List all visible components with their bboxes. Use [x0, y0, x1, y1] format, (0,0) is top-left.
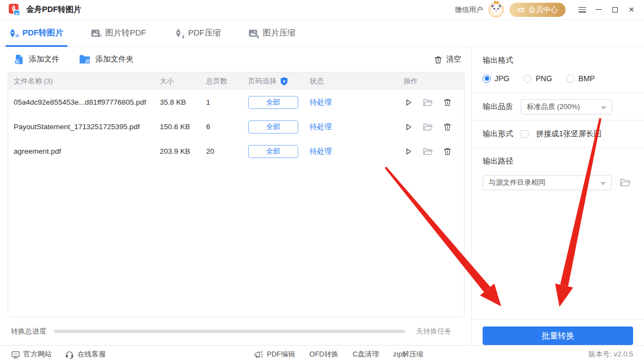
progress-label: 转换总进度	[11, 326, 46, 336]
file-pages: 20	[206, 147, 248, 155]
crown-icon	[517, 6, 525, 13]
stitch-long-image-label: 拼接成1张竖屏长图	[536, 129, 601, 139]
image-compress-icon	[248, 28, 258, 38]
radio-jpg[interactable]: JPG	[483, 74, 509, 83]
stitch-long-image-checkbox[interactable]	[521, 130, 528, 138]
output-format-group: JPG PNG BMP	[483, 74, 633, 83]
progress-status: 无转换任务	[416, 326, 452, 336]
tab-pdf-compress[interactable]: PDF压缩	[173, 20, 221, 46]
page-select-button[interactable]: 全部	[248, 145, 298, 158]
quality-select[interactable]: 标准品质 (200%)	[521, 99, 612, 114]
add-folder-label: 添加文件夹	[95, 55, 134, 64]
table-row: agreement.pdf 203.9 KB 20 全部 待处理	[8, 139, 464, 164]
image-to-pdf-icon	[91, 28, 100, 38]
quality-value: 标准品质 (200%)	[527, 102, 580, 112]
username-label: 微信用户	[455, 5, 483, 15]
delete-file-button[interactable]	[443, 147, 452, 156]
file-name: agreement.pdf	[14, 147, 160, 155]
official-website-label: 官方网站	[23, 349, 52, 359]
convert-play-button[interactable]	[404, 122, 413, 132]
batch-convert-button[interactable]: 批量转换	[483, 326, 633, 345]
delete-file-button[interactable]	[443, 122, 452, 131]
maximize-button[interactable]	[607, 2, 623, 17]
tab-pdf-to-image[interactable]: PDF转图片	[8, 20, 63, 46]
tab-image-to-pdf[interactable]: 图片转PDF	[91, 20, 146, 46]
header-pages: 总页数	[206, 76, 248, 86]
tab-bar: PDF转图片 图片转PDF PDF压缩 图片压缩	[0, 20, 644, 47]
header-actions: 操作	[404, 76, 464, 86]
monitor-icon	[11, 350, 20, 359]
add-file-icon	[14, 54, 25, 65]
status-text: 待处理	[310, 98, 404, 107]
output-form-label: 输出形式	[483, 129, 513, 139]
file-name: 05a4dc92e855453e...d81ff97776805.pdf	[14, 98, 160, 106]
convert-play-button[interactable]	[404, 98, 413, 107]
member-center-label: 会员中心	[528, 5, 558, 15]
promo-ofd-link[interactable]: OFD转换	[309, 349, 338, 359]
page-select-button[interactable]: 全部	[248, 120, 298, 134]
online-support-label: 在线客服	[77, 349, 106, 359]
user-avatar[interactable]	[489, 2, 504, 17]
output-path-label: 输出路径	[483, 156, 633, 166]
output-quality-label: 输出品质	[483, 102, 513, 112]
pdf-compress-icon	[173, 28, 183, 38]
file-list-header: 文件名称 (3) 大小 总页数 页码选择 状态 操作	[8, 72, 464, 90]
version-label: 版本号: v2.0.5	[588, 349, 633, 359]
minimize-icon	[595, 9, 602, 10]
megaphone-icon	[253, 350, 263, 359]
radio-bmp[interactable]: BMP	[567, 74, 595, 83]
page-select-button[interactable]: 全部	[248, 96, 298, 109]
promo-cdisk-link[interactable]: C盘清理	[353, 349, 379, 359]
maximize-icon	[612, 7, 618, 13]
headset-icon	[65, 350, 74, 359]
file-size: 203.9 KB	[160, 147, 206, 155]
tab-image-compress[interactable]: 图片压缩	[248, 20, 296, 46]
header-filename: 文件名称 (3)	[14, 76, 160, 86]
browse-folder-button[interactable]	[619, 177, 631, 188]
convert-play-button[interactable]	[404, 147, 413, 156]
online-support-link[interactable]: 在线客服	[65, 349, 106, 359]
table-row: 05a4dc92e855453e...d81ff97776805.pdf 35.…	[8, 90, 464, 114]
radio-jpg-circle[interactable]	[483, 75, 491, 83]
clear-list-button[interactable]: 清空	[434, 55, 461, 64]
promo-pdf-edit-link[interactable]: PDF编辑	[253, 349, 295, 359]
open-folder-button[interactable]	[423, 98, 434, 107]
radio-png-circle[interactable]	[523, 75, 532, 83]
promo-label: PDF编辑	[267, 349, 295, 359]
titlebar: 金舟PDF转图片 微信用户 会员中心 ×	[0, 0, 644, 20]
radio-jpg-label: JPG	[495, 74, 509, 83]
file-pages: 6	[206, 123, 248, 131]
open-folder-button[interactable]	[423, 147, 434, 156]
menu-button[interactable]	[574, 2, 591, 17]
header-status: 状态	[310, 76, 404, 86]
add-folder-button[interactable]: 添加文件夹	[79, 54, 134, 65]
tab-label: 图片压缩	[263, 28, 296, 38]
open-folder-button[interactable]	[423, 122, 434, 132]
tab-label: PDF转图片	[22, 28, 63, 38]
radio-png[interactable]: PNG	[523, 74, 552, 83]
add-file-button[interactable]: 添加文件	[14, 54, 59, 65]
add-file-label: 添加文件	[29, 55, 59, 64]
close-icon: ×	[629, 5, 634, 14]
delete-file-button[interactable]	[443, 98, 452, 107]
file-size: 150.6 KB	[160, 123, 206, 131]
close-button[interactable]: ×	[623, 2, 640, 17]
vip-shield-icon	[280, 77, 288, 86]
status-text: 待处理	[310, 122, 404, 132]
file-pages: 1	[206, 98, 248, 106]
file-toolbar: 添加文件 添加文件夹 清空	[0, 47, 471, 72]
output-path-value: 与源文件目录相同	[489, 178, 545, 187]
progress-bar	[54, 330, 405, 333]
header-page-select: 页码选择	[248, 76, 276, 86]
member-center-button[interactable]: 会员中心	[509, 3, 565, 17]
radio-bmp-circle[interactable]	[567, 75, 575, 83]
add-folder-icon	[79, 54, 91, 65]
file-name: PayoutStatement_1713251725395.pdf	[14, 123, 160, 131]
promo-zip-link[interactable]: zip解压缩	[393, 349, 424, 359]
radio-bmp-label: BMP	[579, 74, 595, 83]
official-website-link[interactable]: 官方网站	[11, 349, 52, 359]
footer: 官方网站 在线客服 PDF编辑 OFD转换 C盘清理 zip解压缩 版本号: v…	[0, 345, 644, 363]
file-list: 文件名称 (3) 大小 总页数 页码选择 状态 操作 05a4dc92e8554…	[8, 72, 465, 317]
output-path-select[interactable]: 与源文件目录相同	[483, 175, 612, 190]
minimize-button[interactable]	[591, 2, 607, 17]
